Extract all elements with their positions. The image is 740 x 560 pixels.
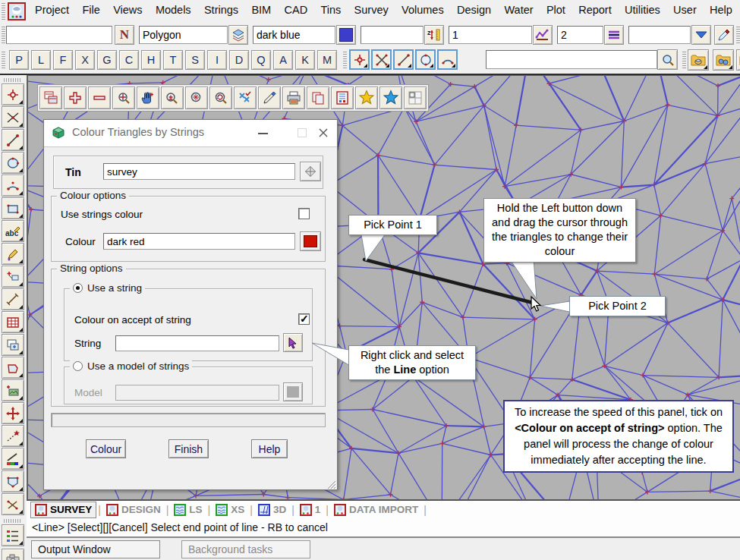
cad-edit-tool[interactable] [2,243,24,265]
layers-picker-button[interactable] [228,25,248,45]
cad-arc-button[interactable] [437,49,458,70]
colour-field[interactable] [253,26,335,44]
cad-grid-tool[interactable] [2,311,24,333]
fence-tool[interactable] [2,470,24,492]
search-button[interactable] [657,49,678,70]
use-strings-colour-checkbox[interactable] [298,208,310,219]
toolbar-grip[interactable] [2,3,5,20]
menu-bim[interactable]: BIM [245,1,277,19]
menu-design[interactable]: Design [451,1,497,19]
toolbar-grip[interactable] [4,519,22,523]
zoom-centre-button[interactable] [185,87,208,109]
zoom-scale-button[interactable] [161,87,184,109]
name-field[interactable] [6,26,112,44]
move-tool[interactable] [2,402,24,424]
toolbar-grip[interactable] [343,52,347,68]
tab-3d[interactable]: 3D [254,502,290,518]
views-menu-button[interactable] [379,87,402,109]
weight-field[interactable] [449,26,532,44]
snap-button-g[interactable]: G [97,50,117,70]
cad-measure-tool[interactable] [2,288,24,310]
cad-polygon-tool[interactable] [2,357,24,379]
weight-picker-button[interactable] [533,25,553,45]
cad-point-button[interactable] [349,49,370,70]
snap-button-d[interactable]: D [229,50,249,70]
tab-1[interactable]: 1 [296,502,325,518]
utility-folder-2-button[interactable] [736,49,740,71]
linestyle-picker-button[interactable] [604,25,624,45]
height-field[interactable] [361,26,424,44]
snap-button-m[interactable]: M [317,50,337,70]
string-pick-button[interactable] [283,333,303,352]
print-button[interactable] [282,87,305,109]
use-a-string-radio[interactable]: Use a string [70,282,145,294]
snap-button-x[interactable]: X [75,50,95,70]
name-picker-button[interactable]: N [115,25,134,45]
cad-circle-button[interactable] [415,49,436,70]
zoom-previous-button[interactable] [209,87,232,109]
finish-button[interactable]: Finish [168,439,209,458]
cad-point-tool[interactable] [2,83,24,105]
snap-button-a[interactable]: A [273,50,293,70]
menu-water[interactable]: Water [498,1,539,19]
pan-button[interactable] [137,87,159,109]
cad-circle-tool[interactable] [2,152,24,174]
cad-point-box-tool[interactable] [2,266,24,288]
tab-design[interactable]: DESIGN [102,502,165,518]
tab-ls[interactable]: LS [170,502,206,518]
snap-button-i[interactable]: I [207,50,227,70]
string-input[interactable] [115,335,279,351]
string-type-field[interactable] [139,26,228,44]
snap-cancel-button[interactable] [234,87,257,109]
menu-volumes[interactable]: Volumes [395,1,450,19]
help-button[interactable]: Help [251,439,288,458]
utility-folder-button[interactable] [713,49,734,71]
redraw-button[interactable] [258,87,281,109]
snap-button-p[interactable]: P [9,50,29,70]
cad-cross-button[interactable] [371,49,392,70]
toolbar-grip[interactable] [2,27,5,43]
linestyle-field[interactable] [557,26,603,44]
toolbar-grip[interactable] [736,27,740,43]
use-model-radio[interactable]: Use a model of strings [70,360,192,372]
menu-views[interactable]: Views [107,1,148,19]
cad-line-button[interactable] [393,49,414,70]
toolbar-grip[interactable] [2,52,5,68]
tab-data-import[interactable]: DATA IMPORT [330,502,422,518]
menu-models[interactable]: Models [150,1,197,19]
cad-intersect-tool[interactable] [2,106,24,128]
snap-button-k[interactable]: K [295,50,315,70]
menu-help[interactable]: Help [704,1,738,19]
zoom-in-button[interactable] [64,87,87,109]
snap-button-t[interactable]: T [163,50,183,70]
menu-tins[interactable]: Tins [314,1,347,19]
menu-user[interactable]: User [667,1,703,19]
close-icon[interactable] [318,127,329,138]
function-field[interactable] [628,26,691,44]
menu-project[interactable]: Project [29,1,75,19]
menu-utilities[interactable]: Utilities [619,1,666,19]
resize-grip[interactable] [327,480,336,489]
copy-view-button[interactable] [307,87,329,109]
cad-rectangle-tool[interactable] [2,197,24,219]
height-picker-button[interactable]: z [424,25,444,45]
toolbar-grip[interactable] [4,78,22,82]
colour-button[interactable]: Colour [86,439,126,458]
legend-tool[interactable] [2,524,24,546]
eyedropper-button[interactable] [714,25,734,45]
snap-button-s[interactable]: S [185,50,205,70]
colour-on-accept-checkbox[interactable] [298,313,310,325]
stack-views-button[interactable] [39,87,62,109]
colour-line-tool[interactable] [2,448,24,470]
menu-cad[interactable]: CAD [278,1,313,19]
colour-input[interactable] [103,233,295,250]
snap-button-q[interactable]: Q [251,50,271,70]
image-tool[interactable] [2,379,24,401]
colour-swatch-button[interactable] [300,231,321,251]
background-tasks-button[interactable]: Background tasks [181,540,310,558]
zoom-extents-button[interactable] [112,87,135,109]
snap-button-l[interactable]: L [31,50,51,70]
minimize-icon[interactable] [258,133,268,134]
snap-button-h[interactable]: H [141,50,161,70]
dropdown-button[interactable] [691,25,711,45]
